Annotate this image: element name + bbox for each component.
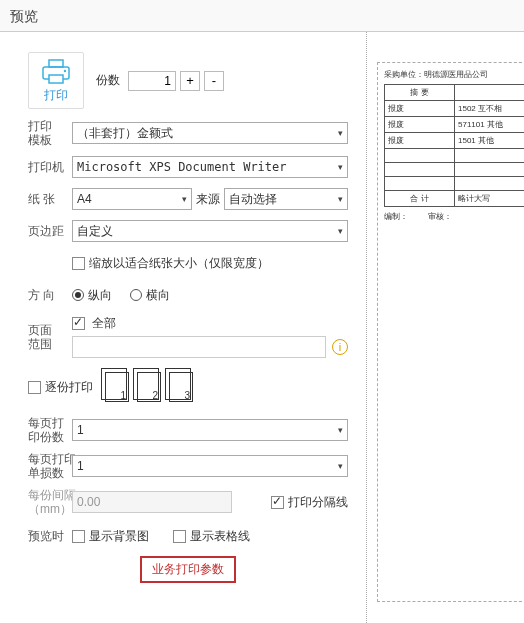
landscape-radio[interactable] <box>130 289 142 301</box>
doc-vendor: 采购单位：明德源医用品公司 <box>384 69 524 80</box>
range-label: 页面 范围 <box>28 323 72 351</box>
svg-rect-0 <box>49 60 63 67</box>
svg-rect-2 <box>49 75 63 83</box>
range-all-checkbox[interactable] <box>72 317 85 330</box>
printer-icon <box>41 59 71 85</box>
margin-label: 页边距 <box>28 224 72 238</box>
show-grid-checkbox[interactable] <box>173 530 186 543</box>
preview-label: 预览时 <box>28 529 72 543</box>
doc-th1: 摘 要 <box>385 85 455 101</box>
print-button-label: 打印 <box>29 87 83 104</box>
chevron-down-icon: ▾ <box>338 425 343 435</box>
perpage-singles-value: 1 <box>77 459 84 473</box>
preview-document: 采购单位：明德源医用品公司 摘 要 金 报废1502 互不相 报废571101 … <box>377 62 524 602</box>
collate-fig-1: 1 <box>105 372 129 402</box>
table-row <box>385 163 525 177</box>
doc-sum-label: 合 计 <box>385 191 455 207</box>
range-all-label: 全部 <box>92 316 116 330</box>
margin-select[interactable]: 自定义 ▾ <box>72 220 348 242</box>
chevron-down-icon: ▾ <box>338 194 343 204</box>
landscape-label: 横向 <box>146 287 170 304</box>
show-grid-label: 显示表格线 <box>190 528 250 545</box>
copies-minus[interactable]: - <box>204 71 224 91</box>
template-select[interactable]: （非套打）金额式 ▾ <box>72 122 348 144</box>
collate-checkbox[interactable] <box>28 381 41 394</box>
doc-foot1: 编制： <box>384 211 408 222</box>
template-value: （非套打）金额式 <box>77 125 173 142</box>
paper-select[interactable]: A4 ▾ <box>72 188 192 210</box>
copies-plus[interactable]: + <box>180 71 200 91</box>
info-icon[interactable]: i <box>332 339 348 355</box>
perpage-copies-label: 每页打 印份数 <box>28 416 72 444</box>
perpage-copies-value: 1 <box>77 423 84 437</box>
table-row: 报废1502 互不相 <box>385 101 525 117</box>
show-bg-checkbox[interactable] <box>72 530 85 543</box>
chevron-down-icon: ▾ <box>338 128 343 138</box>
settings-panel: 打印 份数 + - 打印 模板 （非套打）金额式 ▾ 打印机 Microsoft… <box>0 32 366 623</box>
spacing-label: 每份间隔 （mm） <box>28 488 72 516</box>
paper-value: A4 <box>77 192 92 206</box>
chevron-down-icon: ▾ <box>182 194 187 204</box>
separator-checkbox[interactable] <box>271 496 284 509</box>
doc-sum-val: 略计大写 <box>455 191 525 207</box>
paper-source-select[interactable]: 自动选择 ▾ <box>224 188 348 210</box>
table-sum-row: 合 计 略计大写 <box>385 191 525 207</box>
show-bg-label: 显示背景图 <box>89 528 149 545</box>
range-input[interactable] <box>72 336 326 358</box>
printer-value: Microsoft XPS Document Writer <box>77 160 287 174</box>
spacing-input <box>72 491 232 513</box>
copies-input[interactable] <box>128 71 176 91</box>
fitwidth-label: 缩放以适合纸张大小（仅限宽度） <box>89 255 269 272</box>
chevron-down-icon: ▾ <box>338 226 343 236</box>
fitwidth-checkbox[interactable] <box>72 257 85 270</box>
perpage-singles-select[interactable]: 1 ▾ <box>72 455 348 477</box>
orientation-label: 方 向 <box>28 288 72 302</box>
window-title: 预览 <box>0 0 524 32</box>
table-row <box>385 149 525 163</box>
perpage-copies-select[interactable]: 1 ▾ <box>72 419 348 441</box>
copies-label: 份数 <box>96 72 120 89</box>
paper-source-label: 来源 <box>196 191 220 208</box>
doc-table: 摘 要 金 报废1502 互不相 报废571101 其他 报废1501 其他 合… <box>384 84 524 207</box>
chevron-down-icon: ▾ <box>338 162 343 172</box>
table-row: 报废1501 其他 <box>385 133 525 149</box>
collate-fig-2: 2 <box>137 372 161 402</box>
table-row: 报废571101 其他 <box>385 117 525 133</box>
perpage-singles-label: 每页打印 单损数 <box>28 452 72 480</box>
doc-foot2: 审核： <box>428 211 452 222</box>
biz-params-button[interactable]: 业务打印参数 <box>140 556 236 583</box>
chevron-down-icon: ▾ <box>338 461 343 471</box>
template-label: 打印 模板 <box>28 119 72 147</box>
table-row <box>385 177 525 191</box>
printer-select[interactable]: Microsoft XPS Document Writer ▾ <box>72 156 348 178</box>
portrait-label: 纵向 <box>88 287 112 304</box>
printer-label: 打印机 <box>28 160 72 174</box>
svg-point-3 <box>64 70 66 72</box>
collate-label: 逐份打印 <box>45 379 93 396</box>
separator-label: 打印分隔线 <box>288 494 348 511</box>
doc-th2: 金 <box>455 85 525 101</box>
paper-label: 纸 张 <box>28 192 72 206</box>
print-button[interactable]: 打印 <box>28 52 84 109</box>
collate-fig-3: 3 <box>169 372 193 402</box>
portrait-radio[interactable] <box>72 289 84 301</box>
preview-pane: 采购单位：明德源医用品公司 摘 要 金 报废1502 互不相 报废571101 … <box>366 32 524 623</box>
paper-source-value: 自动选择 <box>229 191 277 208</box>
margin-value: 自定义 <box>77 223 113 240</box>
